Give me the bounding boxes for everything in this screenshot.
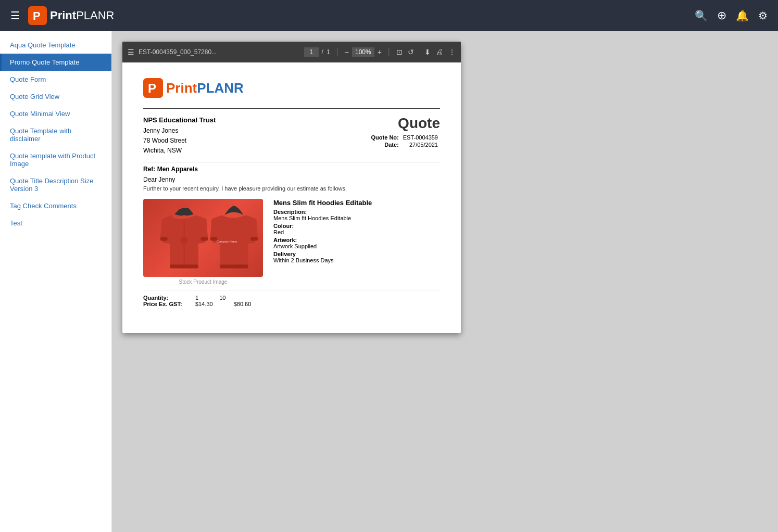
qty-value-1: 1 [195,295,198,301]
quote-logo: P PrintPLANR [143,78,440,98]
qty-value-2: 10 [219,295,225,301]
pricing-price-label: Price Ex. GST: [143,301,185,307]
settings-icon[interactable]: ⚙ [758,9,768,22]
pdf-menu-icon[interactable]: ☰ [128,48,134,56]
pricing-qty-values: 1 10 [195,295,225,301]
pdf-more-icon[interactable]: ⋮ [448,48,456,56]
pdf-rotate-icon[interactable]: ↺ [408,48,414,56]
pdf-sep1: | [336,47,338,57]
quote-logo-row: P PrintPLANR [143,78,440,98]
product-name: Mens Slim fit Hoodies Editable [273,199,440,207]
quote-title-block: Quote Quote No: EST-0004359 Date: 27/05/… [369,115,440,148]
quote-ref: Ref: Men Apparels [143,162,440,173]
logo-icon: P [28,6,47,25]
sidebar-item-promo-quote-template[interactable]: Promo Quote Template [0,54,111,71]
date-value: 27/05/2021 [401,141,440,148]
svg-text:P: P [33,9,41,22]
quote-logo-icon: P [143,78,163,98]
quote-title: Quote [369,115,440,132]
svg-rect-7 [200,237,208,241]
sidebar-item-quote-grid-view[interactable]: Quote Grid View [0,88,111,105]
quote-meta: Quote No: EST-0004359 Date: 27/05/2021 [369,134,440,148]
pdf-page-input[interactable] [304,47,319,57]
sidebar-item-quote-template-disclaimer[interactable]: Quote Template with disclaimer [0,122,111,147]
pdf-download-icon[interactable]: ⬇ [424,48,431,56]
topbar: ☰ P PrintPLANR 🔍 ⊕ 🔔 ⚙ [0,0,778,31]
pdf-page-nav: / 1 [304,47,330,57]
pdf-filename: EST-0004359_000_57280... [139,48,300,56]
company-name: NPS Educational Trust [143,115,216,126]
address-line1: 78 Wood Street [143,136,216,146]
hamburger-menu[interactable]: ☰ [10,9,20,22]
pricing-price-values: $14.30 $80.60 [195,301,251,307]
quote-body-text: Further to your recent enquiry, I have p… [143,185,440,192]
detail-artwork: Artwork: Artwork Supplied [273,237,440,249]
zoom-in-icon[interactable]: + [378,48,382,56]
price-value-1: $14.30 [195,301,213,307]
logo-text: PrintPLANR [50,9,114,22]
price-value-2: $80.60 [234,301,252,307]
svg-rect-8 [170,264,198,268]
content-area: ☰ EST-0004359_000_57280... / 1 | − 100% … [112,31,778,532]
quote-no-value: EST-0004359 [401,134,440,141]
svg-rect-12 [220,264,248,268]
pdf-print-icon[interactable]: 🖨 [436,48,443,56]
pdf-page-sep: / [322,48,323,56]
product-details: Mens Slim fit Hoodies Editable Descripti… [273,199,440,285]
sidebar-item-quote-title-desc-size[interactable]: Quote Title Description Size Version 3 [0,172,111,197]
app-logo: P PrintPLANR [28,6,114,25]
add-icon[interactable]: ⊕ [717,9,726,22]
pdf-document: P PrintPLANR NPS Educational Trust Jenny… [122,62,461,333]
svg-rect-10 [210,237,218,241]
pdf-viewer: ☰ EST-0004359_000_57280... / 1 | − 100% … [122,42,461,333]
svg-text:Company Name: Company Name [217,240,237,243]
svg-text:P: P [148,81,156,95]
pdf-fit-icon[interactable]: ⊡ [396,48,403,56]
svg-rect-6 [160,237,168,241]
quote-logo-text: PrintPLANR [166,80,244,96]
sidebar-item-quote-minimal-view[interactable]: Quote Minimal View [0,105,111,122]
sidebar: Aqua Quote Template Promo Quote Template… [0,31,112,532]
sidebar-item-tag-check-comments[interactable]: Tag Check Comments [0,197,111,214]
topbar-left: ☰ P PrintPLANR [10,6,114,25]
detail-delivery: Delivery Within 2 Business Days [273,251,440,263]
detail-description: Description: Mens Slim fit Hoodies Edita… [273,209,440,221]
bell-icon[interactable]: 🔔 [736,9,749,22]
address-line2: Wichita, NSW [143,146,216,156]
pdf-toolbar-right: ⊡ ↺ ⬇ 🖨 ⋮ [396,48,456,56]
pricing-quantity-label: Quantity: [143,295,185,301]
sidebar-item-aqua-quote-template[interactable]: Aqua Quote Template [0,36,111,54]
product-section: Company Name Stock Product Image [143,199,440,285]
pdf-zoom-value: 100% [352,47,374,57]
product-image: Company Name [143,199,263,277]
pdf-sep2: | [388,47,390,57]
hoodie-illustration: Company Name [148,201,258,274]
sidebar-item-quote-template-product-image[interactable]: Quote template with Product Image [0,147,111,172]
product-image-container: Company Name Stock Product Image [143,199,263,285]
contact-name: Jenny Jones [143,126,216,136]
pricing-price-row: Price Ex. GST: $14.30 $80.60 [143,301,440,307]
product-image-caption: Stock Product Image [143,279,263,285]
zoom-out-icon[interactable]: − [345,48,349,56]
pdf-page-total: 1 [327,48,330,56]
main-layout: Aqua Quote Template Promo Quote Template… [0,31,778,532]
detail-colour: Colour: Red [273,223,440,235]
pdf-toolbar: ☰ EST-0004359_000_57280... / 1 | − 100% … [122,42,461,62]
pdf-zoom: − 100% + [345,47,382,57]
topbar-right: 🔍 ⊕ 🔔 ⚙ [695,9,768,22]
quote-header: NPS Educational Trust Jenny Jones 78 Woo… [143,108,440,156]
svg-rect-11 [250,237,258,241]
pricing-quantity-row: Quantity: 1 10 [143,295,440,301]
quote-address: NPS Educational Trust Jenny Jones 78 Woo… [143,115,216,156]
date-label: Date: [369,141,401,148]
search-icon[interactable]: 🔍 [695,9,708,22]
sidebar-item-test[interactable]: Test [0,214,111,232]
pricing-section: Quantity: 1 10 Price Ex. GST: $14.30 $80… [143,290,440,307]
quote-no-label: Quote No: [369,134,401,141]
sidebar-item-quote-form[interactable]: Quote Form [0,71,111,88]
quote-salutation: Dear Jenny [143,176,440,183]
